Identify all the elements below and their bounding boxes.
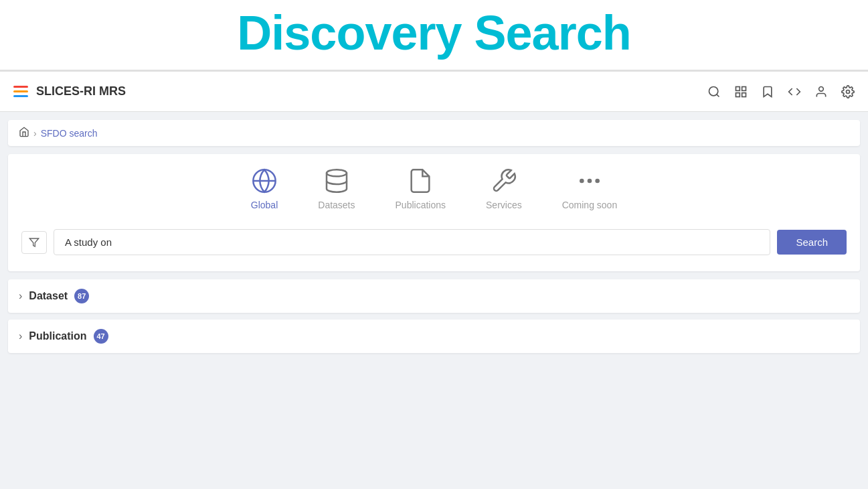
- top-nav: SLICES-RI MRS: [0, 72, 868, 112]
- category-coming-soon-label: Coming soon: [562, 200, 618, 210]
- publications-icon: [407, 167, 434, 194]
- category-datasets-label: Datasets: [318, 200, 355, 210]
- dataset-chevron-icon: ›: [19, 290, 22, 302]
- svg-rect-5: [742, 92, 746, 96]
- svg-rect-2: [736, 86, 740, 90]
- publication-label: Publication: [29, 330, 86, 342]
- svg-rect-3: [742, 86, 746, 90]
- category-row: Global Datasets Publications: [21, 167, 847, 210]
- global-icon: [251, 167, 278, 194]
- filter-icon: [29, 237, 39, 248]
- category-publications-label: Publications: [396, 200, 446, 210]
- svg-point-10: [327, 170, 347, 177]
- svg-point-12: [588, 180, 590, 182]
- settings-nav-icon[interactable]: [841, 85, 855, 98]
- dataset-result-section[interactable]: › Dataset 87: [8, 279, 860, 313]
- category-services-label: Services: [486, 200, 522, 210]
- nav-left: SLICES-RI MRS: [13, 84, 126, 98]
- category-services[interactable]: Services: [486, 167, 522, 210]
- main-content: Global Datasets Publications: [8, 154, 860, 353]
- breadcrumb-home[interactable]: [19, 127, 29, 139]
- hero-section: Discovery Search: [0, 0, 868, 72]
- publication-chevron-icon: ›: [19, 330, 22, 342]
- brand-name: SLICES-RI MRS: [36, 84, 126, 98]
- dataset-label: Dataset: [29, 290, 68, 302]
- category-global[interactable]: Global: [251, 167, 278, 210]
- page-title: Discovery Search: [0, 7, 868, 60]
- filter-button[interactable]: [21, 231, 47, 254]
- svg-marker-14: [29, 238, 38, 247]
- category-global-label: Global: [251, 200, 278, 210]
- datasets-icon: [323, 167, 350, 194]
- coming-soon-icon: [576, 167, 603, 194]
- svg-point-13: [596, 180, 598, 182]
- publication-result-section[interactable]: › Publication 47: [8, 320, 860, 353]
- svg-point-7: [847, 90, 850, 93]
- breadcrumb: › SFDO search: [8, 120, 860, 146]
- category-publications[interactable]: Publications: [396, 167, 446, 210]
- grid-nav-icon[interactable]: [734, 85, 748, 98]
- search-bar: Search: [21, 229, 847, 255]
- search-panel: Global Datasets Publications: [8, 154, 860, 271]
- search-nav-icon[interactable]: [707, 85, 721, 98]
- hamburger-menu[interactable]: [13, 86, 28, 97]
- bookmark-nav-icon[interactable]: [761, 85, 774, 98]
- svg-point-11: [581, 180, 583, 182]
- user-nav-icon[interactable]: [814, 85, 828, 98]
- search-button[interactable]: Search: [777, 230, 847, 255]
- dataset-count-badge: 87: [74, 289, 89, 303]
- svg-rect-4: [736, 92, 740, 96]
- svg-point-0: [709, 86, 718, 95]
- breadcrumb-current[interactable]: SFDO search: [41, 128, 98, 139]
- publication-count-badge: 47: [94, 329, 108, 344]
- category-datasets[interactable]: Datasets: [318, 167, 355, 210]
- svg-line-1: [717, 94, 719, 97]
- nav-right: [707, 85, 855, 98]
- code-nav-icon[interactable]: [788, 85, 801, 98]
- svg-point-6: [819, 86, 824, 91]
- category-coming-soon[interactable]: Coming soon: [562, 167, 618, 210]
- breadcrumb-separator: ›: [33, 128, 37, 139]
- search-input[interactable]: [54, 229, 770, 255]
- services-icon: [491, 167, 517, 194]
